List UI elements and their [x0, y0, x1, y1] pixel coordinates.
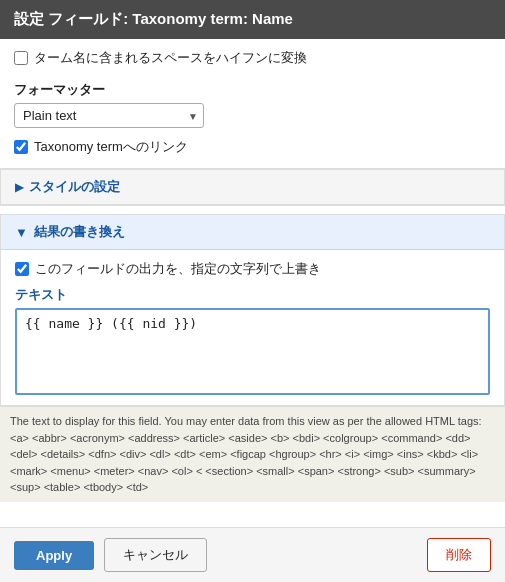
modal-header: 設定 フィールド: Taxonomy term: Name — [0, 0, 505, 39]
style-section: ▶ スタイルの設定 — [0, 169, 505, 206]
modal-footer: Apply キャンセル 削除 — [0, 527, 505, 582]
link-label: Taxonomy termへのリンク — [34, 138, 188, 156]
formatter-section: フォーマッター Plain text Default Raw value ▼ T… — [0, 71, 505, 168]
cancel-button[interactable]: キャンセル — [104, 538, 207, 572]
override-label: このフィールドの出力を、指定の文字列で上書き — [35, 260, 321, 278]
hyphen-checkbox-row: ターム名に含まれるスペースをハイフンに変換 — [14, 49, 491, 67]
override-checkbox-row: このフィールドの出力を、指定の文字列で上書き — [15, 260, 490, 278]
delete-button[interactable]: 削除 — [427, 538, 491, 572]
chevron-right-icon: ▶ — [15, 181, 23, 194]
link-checkbox[interactable] — [14, 140, 28, 154]
text-field-label: テキスト — [15, 286, 490, 304]
link-checkbox-row: Taxonomy termへのリンク — [14, 138, 491, 156]
chevron-down-icon: ▼ — [15, 225, 28, 240]
rewrite-section: ▼ 結果の書き換え このフィールドの出力を、指定の文字列で上書き テキスト {{… — [0, 214, 505, 406]
rewrite-section-header[interactable]: ▼ 結果の書き換え — [1, 215, 504, 250]
rewrite-section-body: このフィールドの出力を、指定の文字列で上書き テキスト {{ name }} (… — [1, 250, 504, 405]
hyphen-checkbox[interactable] — [14, 51, 28, 65]
modal-container: 設定 フィールド: Taxonomy term: Name ターム名に含まれるス… — [0, 0, 505, 582]
modal-body: ターム名に含まれるスペースをハイフンに変換 フォーマッター Plain text… — [0, 39, 505, 527]
apply-button[interactable]: Apply — [14, 541, 94, 570]
rewrite-section-label: 結果の書き換え — [34, 223, 125, 241]
formatter-group: フォーマッター Plain text Default Raw value ▼ — [14, 81, 491, 128]
text-area-wrapper: {{ name }} ({{ nid }}) — [15, 308, 490, 395]
formatter-select[interactable]: Plain text Default Raw value — [14, 103, 204, 128]
override-checkbox[interactable] — [15, 262, 29, 276]
modal-title: 設定 フィールド: Taxonomy term: Name — [14, 10, 293, 27]
rewrite-text-input[interactable]: {{ name }} ({{ nid }}) — [17, 310, 488, 390]
formatter-label: フォーマッター — [14, 81, 491, 99]
formatter-select-wrapper: Plain text Default Raw value ▼ — [14, 103, 204, 128]
top-section: ターム名に含まれるスペースをハイフンに変換 — [0, 39, 505, 67]
style-section-header[interactable]: ▶ スタイルの設定 — [1, 170, 504, 205]
hyphen-label: ターム名に含まれるスペースをハイフンに変換 — [34, 49, 307, 67]
style-section-label: スタイルの設定 — [29, 178, 120, 196]
help-text: The text to display for this field. You … — [0, 406, 505, 502]
